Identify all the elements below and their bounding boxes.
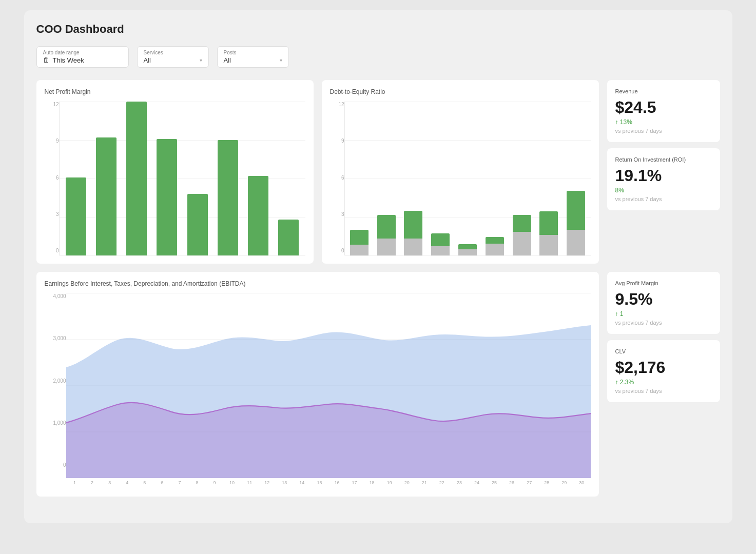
ebitda-svg (66, 293, 591, 478)
revenue-kpi: Revenue $24.5 ↑ 13% vs previous 7 days (607, 80, 720, 142)
roi-label: Return On Investment (ROI) (615, 156, 712, 163)
filter-bar: Auto date range 🗓 This Week Services All… (36, 46, 720, 68)
net-profit-y-axis: 12 9 6 3 0 (45, 102, 59, 255)
debt-equity-title: Debt-to-Equity Ratio (330, 88, 591, 95)
net-profit-chart-body (59, 102, 305, 255)
calendar-icon: 🗓 (43, 56, 50, 64)
posts-filter-value: All ▾ (224, 56, 282, 64)
roi-subtext: vs previous 7 days (615, 196, 712, 202)
clv-subtext: vs previous 7 days (615, 388, 712, 394)
clv-change: ↑ 2.3% (615, 379, 712, 386)
avg-profit-subtext: vs previous 7 days (615, 320, 712, 326)
debt-equity-y-axis: 12 9 6 3 0 (330, 102, 344, 255)
avg-profit-value: 9.5% (615, 290, 712, 308)
services-filter[interactable]: Services All ▾ (137, 46, 209, 68)
clv-label: CLV (615, 348, 712, 354)
avg-profit-change: ↑ 1 (615, 310, 712, 318)
kpi-column-top: Revenue $24.5 ↑ 13% vs previous 7 days R… (607, 80, 720, 264)
clv-value: $2,176 (615, 359, 712, 377)
ebitda-chart-body (66, 293, 591, 478)
roi-value: 19.1% (615, 167, 712, 185)
posts-filter[interactable]: Posts All ▾ (217, 46, 289, 68)
posts-filter-label: Posts (224, 50, 282, 55)
revenue-change: ↑ 13% (615, 118, 712, 126)
avg-profit-label: Avg Profit Margin (615, 280, 712, 286)
services-filter-label: Services (144, 50, 202, 55)
chevron-down-icon-posts: ▾ (280, 57, 282, 63)
net-profit-chart: Net Profit Margin 12 9 6 3 0 (36, 80, 314, 264)
roi-change: 8% (615, 187, 712, 194)
date-filter-value: 🗓 This Week (43, 56, 122, 64)
debt-equity-chart-body (344, 102, 591, 255)
debt-equity-chart: Debt-to-Equity Ratio 12 9 6 3 0 (322, 80, 599, 264)
net-profit-bars (60, 102, 305, 255)
clv-kpi: CLV $2,176 ↑ 2.3% vs previous 7 days (607, 340, 720, 402)
ebitda-chart: Earnings Before Interest, Taxes, Depreci… (36, 272, 599, 497)
services-filter-value: All ▾ (144, 56, 202, 64)
ebitda-x-axis: 1 2 3 4 5 6 7 8 9 10 11 12 13 14 15 16 1 (45, 478, 591, 485)
dashboard-title: COO Dashboard (36, 23, 720, 36)
net-profit-bar-area: 12 9 6 3 0 (45, 102, 305, 255)
date-filter-label: Auto date range (43, 50, 122, 55)
roi-kpi: Return On Investment (ROI) 19.1% 8% vs p… (607, 148, 720, 210)
date-filter[interactable]: Auto date range 🗓 This Week (36, 46, 129, 68)
bottom-grid: Earnings Before Interest, Taxes, Depreci… (36, 272, 720, 497)
main-grid: Net Profit Margin 12 9 6 3 0 (36, 80, 720, 264)
kpi-column-bottom: Avg Profit Margin 9.5% ↑ 1 vs previous 7… (607, 272, 720, 497)
net-profit-title: Net Profit Margin (45, 88, 305, 95)
revenue-label: Revenue (615, 88, 712, 94)
revenue-subtext: vs previous 7 days (615, 128, 712, 134)
debt-equity-bar-area: 12 9 6 3 0 (330, 102, 591, 255)
ebitda-title: Earnings Before Interest, Taxes, Depreci… (45, 280, 591, 287)
chevron-down-icon: ▾ (200, 57, 202, 63)
dashboard: COO Dashboard Auto date range 🗓 This Wee… (24, 10, 732, 523)
avg-profit-kpi: Avg Profit Margin 9.5% ↑ 1 vs previous 7… (607, 272, 720, 334)
ebitda-chart-inner: 4,000 3,000 2,000 1,000 0 (45, 293, 591, 478)
debt-equity-bars (345, 102, 591, 255)
ebitda-y-axis: 4,000 3,000 2,000 1,000 0 (45, 293, 66, 478)
revenue-value: $24.5 (615, 98, 712, 116)
